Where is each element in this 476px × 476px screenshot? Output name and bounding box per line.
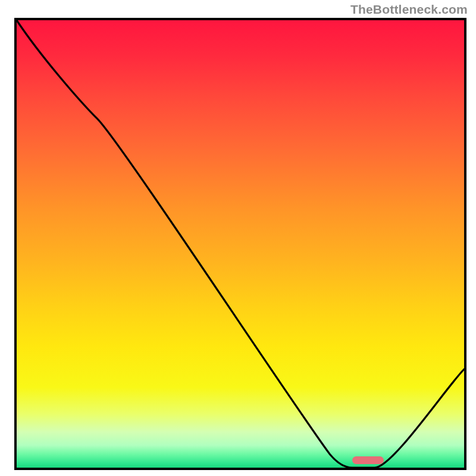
plot-area bbox=[14, 18, 466, 470]
curve-path bbox=[17, 20, 464, 468]
attribution-label: TheBottleneck.com bbox=[350, 2, 468, 17]
chart-container: TheBottleneck.com bbox=[0, 0, 476, 476]
bottleneck-curve bbox=[17, 20, 464, 468]
optimal-range-marker bbox=[352, 456, 384, 464]
